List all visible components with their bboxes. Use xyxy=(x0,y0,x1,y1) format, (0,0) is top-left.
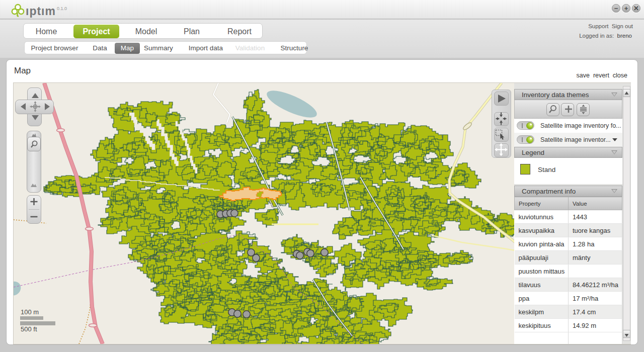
svg-text:500 ft: 500 ft xyxy=(21,325,37,333)
svg-text:100 m: 100 m xyxy=(21,308,39,316)
